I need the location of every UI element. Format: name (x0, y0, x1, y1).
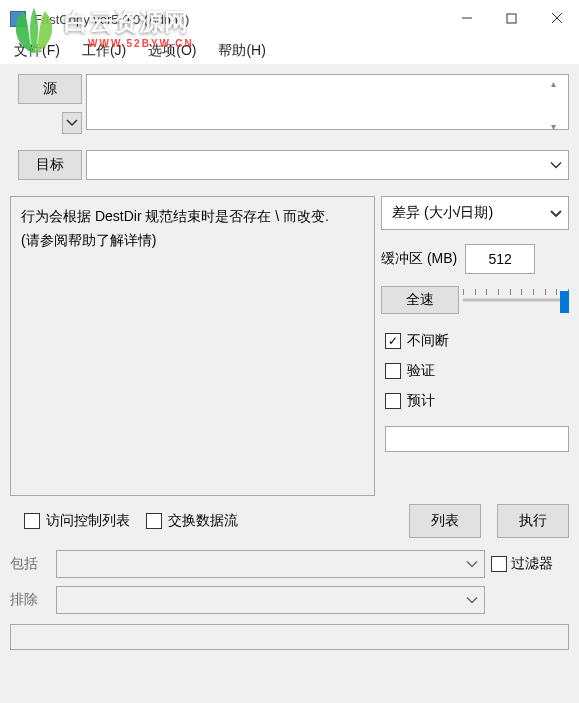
speed-button[interactable]: 全速 (381, 286, 459, 314)
slider-thumb[interactable] (560, 291, 569, 313)
status-field (385, 426, 569, 452)
chevron-down-icon (66, 119, 78, 127)
mode-select[interactable]: 差异 (大小/日期) (381, 196, 569, 230)
chevron-down-icon (466, 593, 478, 608)
nonstop-row[interactable]: ✓ 不间断 (385, 332, 569, 350)
filter-checkbox[interactable] (491, 556, 507, 572)
info-line1: 行为会根据 DestDir 规范结束时是否存在 \ 而改变. (21, 205, 364, 229)
source-row: 源 ▴ ▾ (4, 68, 575, 140)
dest-row: 目标 (4, 144, 575, 186)
info-line2: (请参阅帮助了解详情) (21, 229, 364, 253)
source-button[interactable]: 源 (18, 74, 82, 104)
action-row: 访问控制列表 交换数据流 列表 执行 (4, 496, 575, 546)
acl-checkbox[interactable] (24, 513, 40, 529)
window-title: FastCopy ver5.0.0 (Admin) (34, 12, 189, 27)
include-label: 包括 (10, 555, 50, 573)
right-panel: 差异 (大小/日期) 缓冲区 (MB) 全速 (381, 196, 569, 496)
chevron-down-icon (466, 557, 478, 572)
chevron-down-icon (550, 158, 562, 173)
scroll-down-icon[interactable]: ▾ (551, 121, 565, 132)
exclude-row: 排除 (4, 582, 575, 618)
scroll-up-icon[interactable]: ▴ (551, 78, 565, 89)
include-row: 包括 过滤器 (4, 546, 575, 582)
altstream-row[interactable]: 交换数据流 (146, 512, 238, 530)
dest-input[interactable] (86, 150, 569, 180)
log-panel (10, 624, 569, 650)
acl-row[interactable]: 访问控制列表 (24, 512, 130, 530)
dest-button[interactable]: 目标 (18, 150, 82, 180)
menu-option[interactable]: 选项(O) (142, 40, 202, 62)
include-select[interactable] (56, 550, 485, 578)
source-history-dropdown[interactable] (62, 112, 82, 134)
estimate-row[interactable]: 预计 (385, 392, 569, 410)
filter-toggle-row[interactable]: 过滤器 (491, 555, 569, 573)
slider-track (463, 299, 569, 302)
app-icon (10, 11, 26, 27)
mid-section: 行为会根据 DestDir 规范结束时是否存在 \ 而改变. (请参阅帮助了解详… (4, 196, 575, 496)
estimate-label: 预计 (407, 392, 435, 410)
verify-row[interactable]: 验证 (385, 362, 569, 380)
buffer-input[interactable] (465, 244, 535, 274)
execute-button[interactable]: 执行 (497, 504, 569, 538)
mode-select-value: 差异 (大小/日期) (392, 204, 493, 222)
maximize-button[interactable] (489, 0, 534, 36)
minimize-button[interactable] (444, 0, 489, 36)
titlebar: FastCopy ver5.0.0 (Admin) (0, 0, 579, 38)
altstream-label: 交换数据流 (168, 512, 238, 530)
menu-job[interactable]: 工作(J) (76, 40, 132, 62)
filter-label: 过滤器 (511, 555, 553, 573)
close-button[interactable] (534, 0, 579, 36)
acl-label: 访问控制列表 (46, 512, 130, 530)
menu-help[interactable]: 帮助(H) (212, 40, 271, 62)
exclude-select[interactable] (56, 586, 485, 614)
svg-rect-1 (507, 14, 516, 23)
exclude-label: 排除 (10, 591, 50, 609)
nonstop-label: 不间断 (407, 332, 449, 350)
verify-label: 验证 (407, 362, 435, 380)
info-panel: 行为会根据 DestDir 规范结束时是否存在 \ 而改变. (请参阅帮助了解详… (10, 196, 375, 496)
list-button[interactable]: 列表 (409, 504, 481, 538)
nonstop-checkbox[interactable]: ✓ (385, 333, 401, 349)
speed-slider[interactable] (463, 289, 569, 311)
menubar: 文件(F) 工作(J) 选项(O) 帮助(H) (0, 38, 579, 64)
estimate-checkbox[interactable] (385, 393, 401, 409)
verify-checkbox[interactable] (385, 363, 401, 379)
buffer-label: 缓冲区 (MB) (381, 250, 457, 268)
chevron-down-icon (550, 205, 562, 221)
client-area: 源 ▴ ▾ 目标 行为会根据 DestDir 规范 (0, 64, 579, 703)
menu-file[interactable]: 文件(F) (8, 40, 66, 62)
source-input[interactable] (86, 74, 569, 130)
altstream-checkbox[interactable] (146, 513, 162, 529)
